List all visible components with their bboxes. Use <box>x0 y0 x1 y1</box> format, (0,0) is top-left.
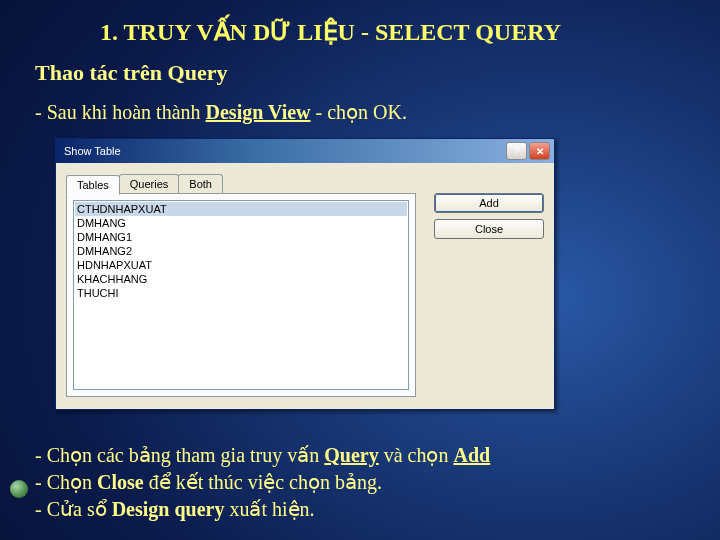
add-text: Add <box>453 444 490 466</box>
list-item[interactable]: DMHANG1 <box>75 230 407 244</box>
text: - Chọn <box>35 471 97 493</box>
text: để kết thúc việc chọn bảng. <box>144 471 382 493</box>
tab-tables[interactable]: Tables <box>66 175 120 195</box>
text: - Sau khi hoàn thành <box>35 101 206 123</box>
titlebar-buttons: ? ✕ <box>506 142 550 160</box>
show-table-dialog: Show Table ? ✕ Tables Queries Both CTHDN… <box>55 138 555 410</box>
line: - Cửa sổ Design query xuất hiện. <box>35 496 490 523</box>
query-text: Query <box>324 444 378 466</box>
text: - Cửa sổ <box>35 498 112 520</box>
tab-both[interactable]: Both <box>178 174 223 194</box>
text: - Chọn các bảng tham gia truy vấn <box>35 444 324 466</box>
design-query-text: Design query <box>112 498 225 520</box>
instruction-line-1: - Sau khi hoàn thành Design View - chọn … <box>35 100 407 124</box>
list-item[interactable]: THUCHI <box>75 286 407 300</box>
dialog-title: Show Table <box>64 145 121 157</box>
close-x-button[interactable]: ✕ <box>529 142 550 160</box>
tab-pane: CTHDNHAPXUAT DMHANG DMHANG1 DMHANG2 HDNH… <box>66 193 416 397</box>
slide-bullet <box>10 480 28 498</box>
dialog-body: Tables Queries Both CTHDNHAPXUAT DMHANG … <box>56 163 554 409</box>
tab-queries[interactable]: Queries <box>119 174 180 194</box>
dialog-titlebar[interactable]: Show Table ? ✕ <box>56 139 554 163</box>
dialog-side-buttons: Add Close <box>434 193 544 239</box>
design-view-text: Design View <box>206 101 311 123</box>
instruction-lines-bottom: - Chọn các bảng tham gia truy vấn Query … <box>35 442 490 523</box>
list-item[interactable]: HDNHAPXUAT <box>75 258 407 272</box>
text: và chọn <box>379 444 454 466</box>
slide-title: 1. TRUY VẤN DỮ LIỆU - SELECT QUERY <box>100 18 561 46</box>
close-text: Close <box>97 471 144 493</box>
list-item[interactable]: KHACHHANG <box>75 272 407 286</box>
line: - Chọn Close để kết thúc việc chọn bảng. <box>35 469 490 496</box>
close-icon: ✕ <box>536 146 544 157</box>
list-item[interactable]: DMHANG <box>75 216 407 230</box>
list-item[interactable]: DMHANG2 <box>75 244 407 258</box>
close-button[interactable]: Close <box>434 219 544 239</box>
tab-strip: Tables Queries Both <box>66 174 544 194</box>
tables-listbox[interactable]: CTHDNHAPXUAT DMHANG DMHANG1 DMHANG2 HDNH… <box>73 200 409 390</box>
text: - chọn OK. <box>311 101 407 123</box>
add-button[interactable]: Add <box>434 193 544 213</box>
list-item[interactable]: CTHDNHAPXUAT <box>75 202 407 216</box>
text: xuất hiện. <box>224 498 314 520</box>
help-button[interactable]: ? <box>506 142 527 160</box>
help-icon: ? <box>514 146 520 157</box>
slide-subtitle: Thao tác trên Query <box>35 60 227 86</box>
line: - Chọn các bảng tham gia truy vấn Query … <box>35 442 490 469</box>
